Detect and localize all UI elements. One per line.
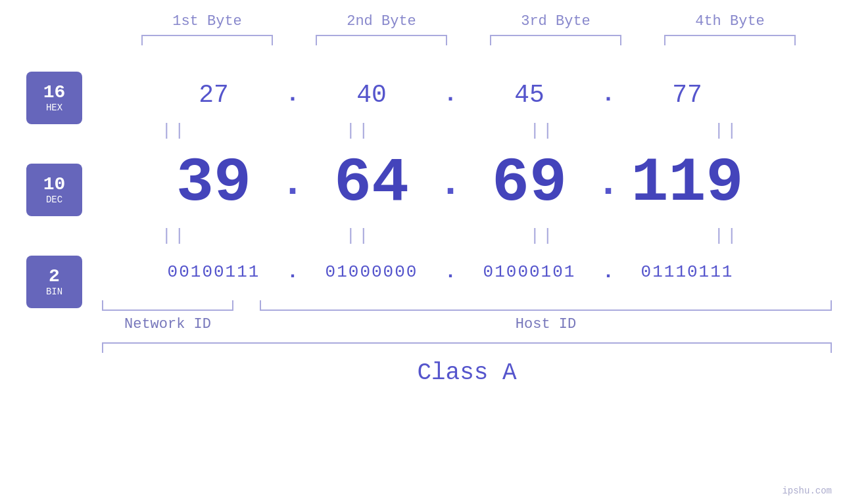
bracket-top-4 [664, 35, 796, 45]
dot-hex-1: . [279, 83, 306, 106]
dot-dec-1: . [279, 164, 306, 203]
dec-byte3: 69 [464, 148, 595, 219]
dec-byte2: 64 [306, 148, 437, 219]
dec-badge: 10 DEC [26, 164, 82, 216]
host-bracket [260, 300, 832, 311]
dot-bin-2: . [437, 262, 464, 282]
hex-byte4: 77 [621, 81, 753, 109]
dot-bin-1: . [279, 262, 306, 282]
dec-byte1: 39 [148, 148, 279, 219]
dot-bin-3: . [595, 262, 621, 282]
dec-byte4: 119 [621, 148, 753, 219]
byte1-header: 1st Byte [135, 13, 279, 30]
badges-column: 16 HEX 10 DEC 2 BIN [26, 72, 82, 308]
equals-2: || [293, 121, 424, 141]
dot-hex-2: . [437, 83, 464, 106]
dec-badge-number: 10 [43, 175, 66, 195]
equals-row-1: || || || || [102, 118, 799, 144]
dot-hex-3: . [595, 83, 621, 106]
class-bracket [102, 342, 832, 353]
bracket-top-1 [141, 35, 273, 45]
hex-row: 27 . 40 . 45 . 77 [102, 72, 799, 118]
watermark: ipshu.com [782, 486, 832, 496]
hex-badge-number: 16 [43, 83, 66, 103]
top-brackets [120, 35, 817, 45]
equals-row-2: || || || || [102, 223, 799, 249]
equals-7: || [477, 226, 608, 246]
equals-3: || [477, 121, 608, 141]
hex-badge: 16 HEX [26, 72, 82, 124]
byte3-header: 3rd Byte [483, 13, 628, 30]
equals-8: || [661, 226, 792, 246]
network-id-label: Network ID [102, 316, 233, 332]
bin-byte1: 00100111 [148, 262, 279, 282]
ip-area: 27 . 40 . 45 . 77 || || || || 39 [102, 65, 832, 386]
bin-byte2: 01000000 [306, 262, 437, 282]
byte-headers: 1st Byte 2nd Byte 3rd Byte 4th Byte [120, 13, 817, 30]
bracket-top-3 [490, 35, 621, 45]
bin-badge: 2 BIN [26, 256, 82, 308]
equals-1: || [109, 121, 240, 141]
hex-byte1: 27 [148, 81, 279, 109]
main-container: 1st Byte 2nd Byte 3rd Byte 4th Byte 16 H… [0, 0, 845, 504]
bin-byte3: 01000101 [464, 262, 595, 282]
bin-row: 00100111 . 01000000 . 01000101 . 0111011… [102, 249, 799, 295]
hex-byte3: 45 [464, 81, 595, 109]
network-bracket [102, 300, 233, 311]
bracket-top-2 [316, 35, 447, 45]
byte2-header: 2nd Byte [309, 13, 454, 30]
bottom-labels-row: Network ID Host ID [102, 316, 832, 332]
dot-dec-2: . [437, 164, 464, 203]
equals-4: || [661, 121, 792, 141]
byte4-header: 4th Byte [658, 13, 802, 30]
host-id-label: Host ID [260, 316, 832, 332]
bin-byte4: 01110111 [621, 262, 753, 282]
bottom-brackets-row [102, 300, 832, 311]
hex-byte2: 40 [306, 81, 437, 109]
bin-badge-number: 2 [49, 267, 60, 287]
dec-badge-label: DEC [46, 195, 62, 205]
dec-row: 39 . 64 . 69 . 119 [102, 144, 799, 223]
equals-5: || [109, 226, 240, 246]
bin-badge-label: BIN [46, 286, 62, 297]
class-label: Class A [102, 359, 832, 386]
equals-6: || [293, 226, 424, 246]
hex-badge-label: HEX [46, 103, 62, 113]
dot-dec-3: . [595, 164, 621, 203]
class-bar-section: Class A [102, 342, 832, 386]
